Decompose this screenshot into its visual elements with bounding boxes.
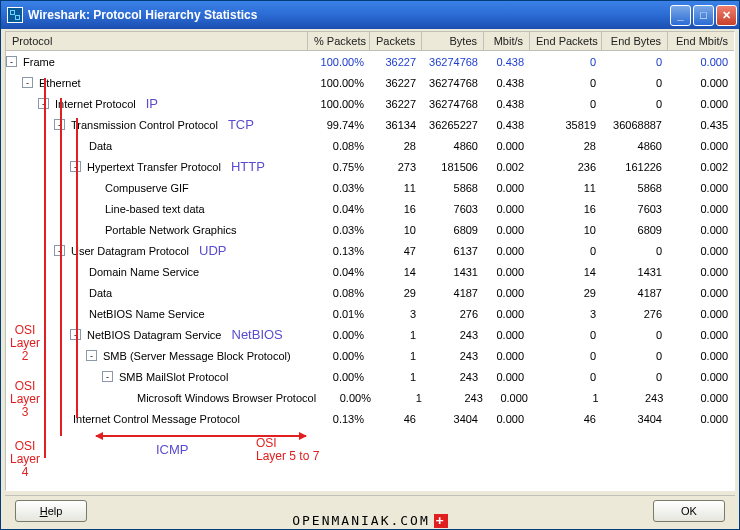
cell-embit: 0.000 (669, 392, 734, 404)
expand-toggle[interactable]: - (102, 371, 113, 382)
cell-pct: 0.04% (308, 266, 370, 278)
col-end-packets[interactable]: End Packets (530, 32, 602, 50)
protocol-label: Internet Control Message Protocol (73, 413, 240, 425)
cell-ebytes: 0 (602, 350, 668, 362)
table-row[interactable]: -SMB (Server Message Block Protocol)0.00… (6, 345, 734, 366)
cell-ebytes: 6809 (602, 224, 668, 236)
cell-pkts: 36227 (370, 56, 422, 68)
cell-pct: 0.00% (308, 371, 370, 383)
protocol-tree[interactable]: -Frame100.00%36227362747680.438000.000-E… (6, 51, 734, 490)
table-row[interactable]: -NetBIOS Datagram ServiceNetBIOS0.00%124… (6, 324, 734, 345)
cell-bytes: 3404 (422, 413, 484, 425)
col-pct-packets[interactable]: % Packets (308, 32, 370, 50)
cell-pkts: 1 (370, 371, 422, 383)
expand-toggle[interactable]: - (86, 350, 97, 361)
minimize-button[interactable]: _ (670, 5, 691, 26)
cell-mbit: 0.438 (484, 119, 530, 131)
table-row[interactable]: Data0.08%2941870.0002941870.000 (6, 282, 734, 303)
table-row[interactable]: Compuserve GIF0.03%1158680.0001158680.00… (6, 177, 734, 198)
cell-epkts: 46 (530, 413, 602, 425)
cell-pct: 99.74% (308, 119, 370, 131)
cell-epkts: 10 (530, 224, 602, 236)
protocol-annotation: NetBIOS (232, 327, 283, 342)
cell-epkts: 0 (530, 329, 602, 341)
expand-toggle[interactable]: - (54, 245, 65, 256)
cell-embit: 0.000 (668, 413, 734, 425)
cell-ebytes: 3404 (602, 413, 668, 425)
table-row[interactable]: -Transmission Control ProtocolTCP99.74%3… (6, 114, 734, 135)
table-row[interactable]: -Hypertext Transfer ProtocolHTTP0.75%273… (6, 156, 734, 177)
cell-bytes: 243 (428, 392, 489, 404)
maximize-button[interactable]: □ (693, 5, 714, 26)
cell-pkts: 28 (370, 140, 422, 152)
col-protocol[interactable]: Protocol (6, 32, 308, 50)
client-area: Protocol % Packets Packets Bytes Mbit/s … (5, 31, 735, 491)
expand-toggle[interactable]: - (70, 161, 81, 172)
cell-pct: 0.03% (308, 182, 370, 194)
cell-mbit: 0.000 (484, 371, 530, 383)
cell-mbit: 0.000 (489, 392, 534, 404)
expand-toggle[interactable]: - (70, 329, 81, 340)
cell-embit: 0.000 (668, 56, 734, 68)
col-end-bytes[interactable]: End Bytes (602, 32, 668, 50)
table-row[interactable]: -SMB MailSlot Protocol0.00%12430.000000.… (6, 366, 734, 387)
col-packets[interactable]: Packets (370, 32, 422, 50)
col-bytes[interactable]: Bytes (422, 32, 484, 50)
table-row[interactable]: Internet Control Message Protocol0.13%46… (6, 408, 734, 429)
table-row[interactable]: -User Datagram ProtocolUDP0.13%4761370.0… (6, 240, 734, 261)
cell-ebytes: 5868 (602, 182, 668, 194)
cell-ebytes: 0 (602, 98, 668, 110)
table-row[interactable]: Line-based text data0.04%1676030.0001676… (6, 198, 734, 219)
cell-mbit: 0.000 (484, 224, 530, 236)
cell-epkts: 3 (530, 308, 602, 320)
cell-epkts: 0 (530, 371, 602, 383)
cell-ebytes: 0 (602, 77, 668, 89)
cell-ebytes: 161226 (602, 161, 668, 173)
close-button[interactable]: ✕ (716, 5, 737, 26)
titlebar[interactable]: Wireshark: Protocol Hierarchy Statistics… (1, 1, 739, 29)
cell-epkts: 0 (530, 56, 602, 68)
cell-embit: 0.000 (668, 182, 734, 194)
cell-pkts: 36227 (370, 98, 422, 110)
cell-epkts: 29 (530, 287, 602, 299)
cell-ebytes: 276 (602, 308, 668, 320)
table-row[interactable]: Domain Name Service0.04%1414310.00014143… (6, 261, 734, 282)
cell-bytes: 36274768 (422, 98, 484, 110)
cell-mbit: 0.002 (484, 161, 530, 173)
cell-epkts: 0 (530, 350, 602, 362)
cell-bytes: 6137 (422, 245, 484, 257)
table-row[interactable]: NetBIOS Name Service0.01%32760.00032760.… (6, 303, 734, 324)
cell-epkts: 14 (530, 266, 602, 278)
cell-embit: 0.000 (668, 203, 734, 215)
cell-ebytes: 1431 (602, 266, 668, 278)
cell-pct: 0.08% (308, 140, 370, 152)
protocol-label: NetBIOS Name Service (89, 308, 205, 320)
expand-toggle[interactable]: - (38, 98, 49, 109)
expand-toggle[interactable]: - (54, 119, 65, 130)
table-row[interactable]: Data0.08%2848600.0002848600.000 (6, 135, 734, 156)
protocol-label: SMB (Server Message Block Protocol) (103, 350, 291, 362)
cell-mbit: 0.000 (484, 266, 530, 278)
cell-epkts: 11 (530, 182, 602, 194)
table-row[interactable]: Portable Network Graphics0.03%1068090.00… (6, 219, 734, 240)
col-mbits[interactable]: Mbit/s (484, 32, 530, 50)
table-row[interactable]: Microsoft Windows Browser Protocol0.00%1… (6, 387, 734, 408)
table-row[interactable]: -Internet ProtocolIP100.00%3622736274768… (6, 93, 734, 114)
expand-toggle[interactable]: - (6, 56, 17, 67)
cell-pct: 0.03% (308, 224, 370, 236)
cell-mbit: 0.000 (484, 182, 530, 194)
app-icon (7, 7, 23, 23)
cell-mbit: 0.000 (484, 287, 530, 299)
cell-bytes: 5868 (422, 182, 484, 194)
cell-pkts: 11 (370, 182, 422, 194)
table-row[interactable]: -Frame100.00%36227362747680.438000.000 (6, 51, 734, 72)
cell-pkts: 1 (377, 392, 428, 404)
cell-epkts: 236 (530, 161, 602, 173)
table-row[interactable]: -Ethernet100.00%36227362747680.438000.00… (6, 72, 734, 93)
cell-ebytes: 0 (602, 371, 668, 383)
cell-ebytes: 0 (602, 329, 668, 341)
expand-toggle[interactable]: - (22, 77, 33, 88)
cell-mbit: 0.438 (484, 98, 530, 110)
col-end-mbits[interactable]: End Mbit/s (668, 32, 734, 50)
protocol-label: Ethernet (39, 77, 81, 89)
